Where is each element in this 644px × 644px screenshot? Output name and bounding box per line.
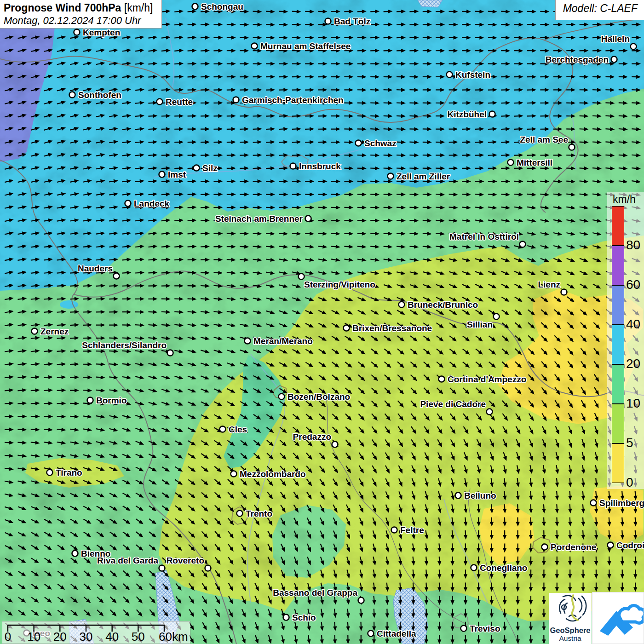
- city-label: Cortina d'Ampezzo: [448, 374, 526, 384]
- city-marker: [447, 72, 453, 78]
- city-marker: [356, 140, 362, 146]
- lake: [418, 0, 443, 7]
- legend-color-5: [612, 404, 624, 443]
- city-label: Cittadella: [377, 629, 416, 638]
- city-marker: [325, 18, 331, 24]
- city-marker: [332, 442, 338, 448]
- city-label: Kufstein: [455, 70, 490, 80]
- city-marker: [611, 57, 617, 63]
- city-label: Zell am See: [520, 135, 568, 144]
- legend-color-40: [612, 285, 624, 325]
- geosphere-org-name: GeoSphere: [549, 626, 592, 634]
- city-marker: [87, 397, 93, 403]
- city-label: Feltre: [400, 525, 424, 535]
- city: Murnau am Staffelsee: [252, 41, 351, 51]
- city-label: Sonthofen: [78, 90, 121, 100]
- legend: km/h 806040201050: [607, 192, 644, 489]
- city-label: Riva del Garda: [97, 556, 158, 565]
- city-label: Schongau: [201, 2, 243, 12]
- city-label: Schio: [292, 613, 316, 622]
- geosphere-logo: GeoSphere Austria: [549, 593, 592, 644]
- city-label: Spilimbergo: [599, 498, 644, 508]
- legend-unit: km/h: [613, 193, 636, 206]
- city-label: Zell am Ziller: [397, 172, 450, 181]
- legend-color-60: [612, 246, 624, 285]
- legend-tick-label: 40: [626, 318, 644, 331]
- city-marker: [233, 97, 239, 103]
- city-marker: [74, 29, 80, 35]
- scale-tick-label: 20: [53, 630, 67, 644]
- city-marker: [47, 470, 53, 476]
- city-marker: [489, 111, 495, 117]
- weather-app-logo: [592, 592, 644, 644]
- city-marker: [290, 163, 296, 169]
- city-label: Bassano del Grappa: [273, 588, 357, 598]
- city: Berchtesgaden: [546, 55, 617, 64]
- city: Cortina d'Ampezzo: [439, 374, 527, 384]
- city-label: Rovereto: [167, 556, 204, 565]
- city-label: Sterzing/Vipiteno: [304, 280, 375, 289]
- city-label: Kitzbühel: [448, 109, 487, 119]
- scale-bar: 0102030405060km: [2, 621, 190, 644]
- city-marker: [631, 44, 637, 50]
- scale-bar-graphic: 0102030405060km: [2, 621, 190, 644]
- legend-color-20: [612, 325, 624, 364]
- city-marker: [157, 99, 163, 105]
- city-marker: [159, 565, 165, 571]
- city-label: Matrei in Osttirol: [449, 232, 519, 242]
- legend-tick-label: 10: [626, 397, 644, 410]
- city-label: Zernez: [40, 327, 69, 336]
- city: Brixen/Bressanone: [344, 323, 432, 333]
- city: Zell am Ziller: [388, 172, 450, 181]
- city-label: Predazzo: [293, 432, 331, 442]
- city: Bozen/Bolzano: [279, 392, 351, 402]
- city-marker: [114, 273, 120, 279]
- city-label: Garmisch-Partenkirchen: [242, 95, 344, 105]
- city-marker: [167, 350, 173, 356]
- city-marker: [245, 338, 251, 344]
- city-marker: [69, 92, 75, 98]
- city-marker: [461, 626, 467, 632]
- legend-tick-label: 0: [626, 476, 644, 489]
- city-label: Bad Tölz: [334, 17, 370, 26]
- city-marker: [561, 289, 567, 295]
- city-marker: [220, 426, 226, 432]
- scale-tick-label: 30: [80, 630, 93, 644]
- city-label: Schlanders/Silandro: [82, 340, 167, 350]
- city-marker: [72, 551, 78, 557]
- geosphere-country: Austria: [549, 634, 592, 643]
- city-label: Meran/Merano: [253, 336, 313, 346]
- city-marker: [231, 471, 237, 477]
- city-label: Reutte: [166, 97, 193, 107]
- scale-tick-label: 10: [27, 630, 40, 644]
- city-label: Steinach am Brenner: [215, 214, 303, 224]
- mountain-cloud-icon: [592, 592, 644, 644]
- city-label: Nauders: [78, 264, 113, 273]
- city-label: Sillian: [467, 320, 493, 329]
- page-title: Prognose Wind 700hPa [km/h]: [4, 2, 161, 14]
- city: Mezzolombardo: [231, 469, 306, 479]
- city: Meran/Merano: [245, 336, 313, 346]
- city-label: Murnau am Staffelsee: [260, 41, 351, 51]
- legend-tick-label: 20: [626, 357, 644, 370]
- city-marker: [283, 615, 289, 621]
- city-label: Hallein: [601, 34, 630, 44]
- title-box: Prognose Wind 700hPa [km/h] Montag, 02.1…: [0, 0, 162, 29]
- city-label: Pieve di Cadore: [420, 399, 486, 409]
- city-marker: [494, 314, 500, 320]
- city-marker: [192, 4, 198, 10]
- model-label: Modell: C-LAEF: [555, 0, 644, 20]
- city-label: Kempten: [83, 28, 120, 37]
- city-label: Mittersill: [517, 158, 552, 167]
- city-label: Berchtesgaden: [546, 55, 609, 64]
- city-label: Treviso: [470, 624, 500, 633]
- legend-tick-label: 5: [626, 437, 644, 449]
- city-label: Tirano: [56, 468, 82, 477]
- scale-tick-label: 40: [105, 630, 119, 644]
- city-marker: [237, 511, 243, 517]
- city-label: Trento: [246, 509, 272, 518]
- city-marker: [388, 173, 394, 179]
- city-marker: [368, 631, 374, 637]
- city-marker: [125, 201, 131, 207]
- map-canvas: SchongauBad TölzKemptenMurnau am Staffel…: [0, 0, 644, 644]
